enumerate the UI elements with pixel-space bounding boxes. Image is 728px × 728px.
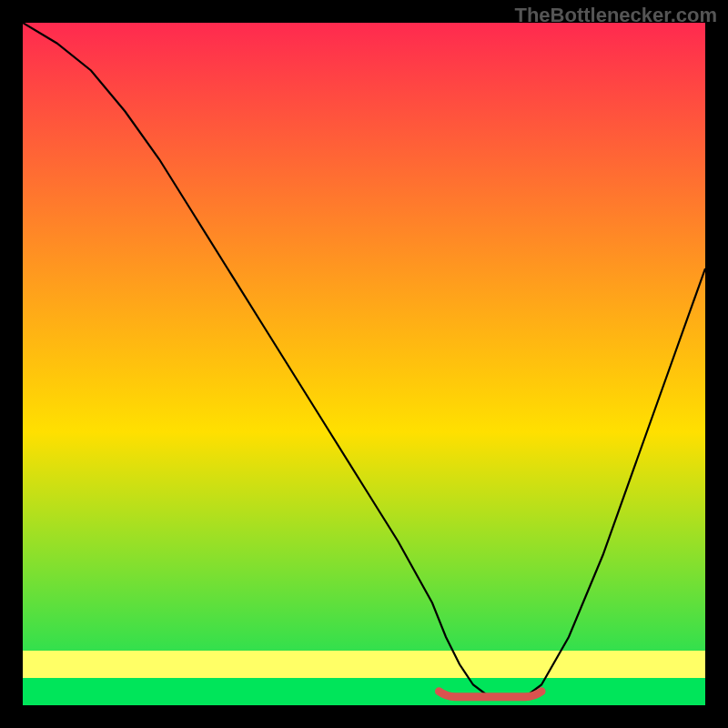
chart-svg: [23, 23, 705, 705]
green-threshold-band: [23, 678, 705, 705]
chart-background: [23, 23, 705, 705]
chart-plot-area: [23, 23, 705, 705]
watermark-text: TheBottlenecker.com: [514, 4, 717, 27]
yellow-threshold-band: [23, 651, 705, 678]
